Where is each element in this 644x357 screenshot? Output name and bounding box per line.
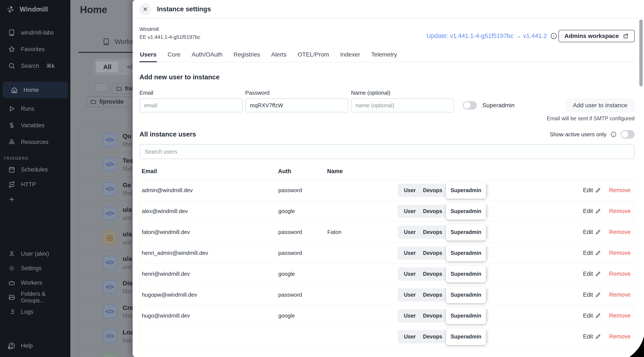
- sidebar-item-logs[interactable]: Logs: [0, 304, 70, 319]
- role-option-superadmin[interactable]: Superadmin: [446, 203, 486, 220]
- settings-tab[interactable]: Auth/OAuth: [191, 48, 223, 62]
- settings-tab[interactable]: OTEL/Prom: [297, 48, 330, 62]
- sidebar-item-workspace[interactable]: windmill-labs: [0, 24, 70, 41]
- list-item[interactable]: [79, 348, 133, 357]
- role-option-user[interactable]: User: [400, 313, 420, 319]
- role-option-user[interactable]: User: [400, 334, 420, 340]
- remove-button[interactable]: Remove: [609, 312, 630, 319]
- edit-button[interactable]: Edit: [583, 271, 602, 277]
- list-item[interactable]: </> u/a u/al: [79, 250, 133, 275]
- sidebar-item-workers[interactable]: Workers: [0, 276, 70, 290]
- email-field[interactable]: [140, 98, 243, 112]
- edit-button[interactable]: Edit: [583, 292, 602, 298]
- sidebar-item-home[interactable]: Home: [2, 82, 68, 98]
- folder-chip-label: f/provide: [99, 98, 124, 105]
- settings-tab[interactable]: Telemetry: [371, 48, 398, 62]
- role-option-user[interactable]: User: [400, 271, 420, 277]
- remove-button[interactable]: Remove: [609, 229, 630, 236]
- list-item[interactable]: </> Ge f/bd: [79, 177, 133, 201]
- admins-workspace-button[interactable]: Admins workspace: [558, 30, 634, 42]
- list-item[interactable]: </> u/a u/al: [79, 201, 133, 226]
- role-option-user[interactable]: User: [400, 208, 420, 214]
- role-option-superadmin[interactable]: Superadmin: [446, 224, 486, 240]
- role-option-user[interactable]: User: [400, 229, 420, 235]
- role-option-user[interactable]: User: [400, 292, 420, 298]
- folder-checkbox[interactable]: [96, 83, 108, 92]
- list-item[interactable]: </> Qu f/bd: [79, 128, 133, 152]
- show-active-info-icon[interactable]: [610, 131, 617, 138]
- role-option-devops[interactable]: Devops: [420, 334, 446, 340]
- edit-button[interactable]: Edit: [583, 333, 602, 340]
- role-option-user[interactable]: User: [400, 187, 420, 194]
- sidebar-item-http[interactable]: HTTP: [0, 177, 70, 192]
- role-option-devops[interactable]: Devops: [420, 250, 446, 256]
- sidebar-item-resources[interactable]: Resources: [0, 134, 70, 150]
- sidebar-item-user[interactable]: User (alex): [0, 246, 70, 261]
- sidebar-item-settings[interactable]: Settings: [0, 261, 70, 276]
- role-option-devops[interactable]: Devops: [420, 187, 446, 194]
- role-option-user[interactable]: User: [400, 250, 420, 256]
- collapse-sidebar-button[interactable]: [6, 344, 14, 352]
- add-user-button[interactable]: Add user to instance: [566, 98, 634, 112]
- tab-workspace[interactable]: Works: [102, 38, 133, 46]
- name-field[interactable]: [351, 98, 454, 112]
- user-name: Faton: [327, 229, 398, 236]
- list-item[interactable]: </> Cre f/bd: [79, 300, 133, 324]
- role-option-superadmin[interactable]: Superadmin: [446, 286, 486, 303]
- role-option-superadmin[interactable]: Superadmin: [446, 328, 486, 345]
- role-option-devops[interactable]: Devops: [420, 208, 446, 214]
- role-option-devops[interactable]: Devops: [420, 292, 446, 298]
- search-users-input[interactable]: [140, 144, 634, 159]
- sidebar-item-runs[interactable]: Runs: [0, 100, 70, 117]
- remove-button[interactable]: Remove: [609, 292, 630, 298]
- edit-button[interactable]: Edit: [583, 312, 602, 319]
- list-item[interactable]: u/a u/al: [79, 226, 133, 250]
- update-info-icon[interactable]: [550, 32, 558, 40]
- add-trigger-button[interactable]: [0, 192, 70, 207]
- role-option-superadmin[interactable]: Superadmin: [446, 266, 486, 282]
- sidebar-item-search[interactable]: Search ⌘k: [0, 58, 70, 74]
- filter-scripts-chip[interactable]: </>: [127, 64, 133, 70]
- mouse-cursor: [630, 336, 644, 357]
- sidebar-item-folders-groups[interactable]: Folders & Groups...: [0, 290, 70, 304]
- close-drawer-button[interactable]: [139, 3, 152, 15]
- sidebar-item-schedules[interactable]: Schedules: [0, 162, 70, 177]
- settings-tab[interactable]: Core: [167, 48, 181, 62]
- password-field[interactable]: [245, 98, 348, 112]
- item-path: f/all: [122, 337, 133, 344]
- role-option-superadmin[interactable]: Superadmin: [446, 308, 486, 324]
- remove-button[interactable]: Remove: [609, 333, 630, 340]
- role-option-superadmin[interactable]: Superadmin: [446, 182, 486, 199]
- edit-button[interactable]: Edit: [583, 187, 602, 194]
- item-path: f/bd: [122, 190, 132, 197]
- role-option-devops[interactable]: Devops: [420, 313, 446, 319]
- remove-button[interactable]: Remove: [609, 271, 630, 277]
- settings-tab[interactable]: Users: [140, 48, 157, 62]
- filter-all-chip[interactable]: All: [96, 61, 118, 73]
- settings-tab[interactable]: Registries: [233, 48, 260, 62]
- sidebar-item-favorites[interactable]: Favorites: [0, 41, 70, 58]
- list-item[interactable]: </> Loa f/all: [79, 324, 133, 348]
- edit-button[interactable]: Edit: [583, 250, 602, 256]
- role-option-devops[interactable]: Devops: [420, 271, 446, 277]
- folder-chip-f-all[interactable]: f/all: [112, 83, 133, 94]
- show-active-toggle[interactable]: [620, 130, 634, 138]
- edit-button[interactable]: Edit: [583, 229, 602, 236]
- settings-tab[interactable]: Alerts: [271, 48, 287, 62]
- role-option-devops[interactable]: Devops: [420, 229, 446, 235]
- superadmin-toggle[interactable]: [463, 101, 477, 110]
- remove-button[interactable]: Remove: [609, 187, 630, 194]
- edit-button[interactable]: Edit: [583, 208, 602, 214]
- drawer-scrollbar[interactable]: [639, 20, 643, 86]
- list-item[interactable]: </> Dis f/bd: [79, 275, 133, 300]
- remove-button[interactable]: Remove: [609, 208, 630, 214]
- update-version-link[interactable]: Update: v1.441.1-4-g51f5197bc → v1.441.2: [426, 32, 547, 40]
- folder-chip-f-provide[interactable]: f/provide: [86, 96, 133, 107]
- remove-button[interactable]: Remove: [609, 250, 630, 256]
- settings-tab[interactable]: Indexer: [340, 48, 360, 62]
- sidebar-item-variables[interactable]: Variables: [0, 117, 70, 134]
- list-item[interactable]: </> Tes f/bd: [79, 152, 133, 177]
- settings-tabs: UsersCoreAuth/OAuthRegistriesAlertsOTEL/…: [140, 48, 634, 62]
- col-auth: Auth: [278, 168, 327, 175]
- role-option-superadmin[interactable]: Superadmin: [446, 245, 486, 262]
